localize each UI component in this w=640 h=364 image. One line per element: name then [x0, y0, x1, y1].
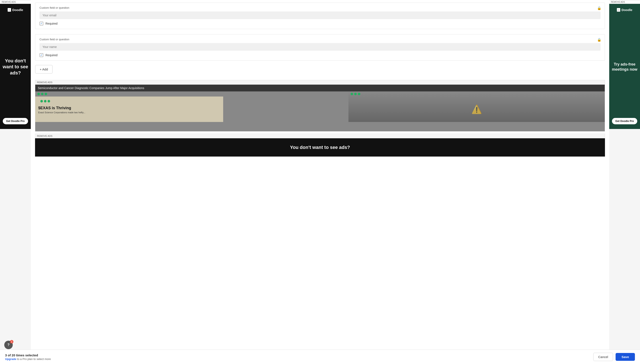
right-remove-ads-label: REMOVE ADS — [611, 1, 625, 3]
name-required-row: ✓ Required — [40, 53, 600, 57]
times-selected-label: 3 of 20 times selected — [5, 354, 593, 357]
custom-field-name-block: Custom field or question 🔒 ✓ Required — [35, 34, 605, 61]
dot-green-1 — [37, 93, 40, 95]
email-required-label: Required — [46, 22, 58, 25]
right-doodle-icon: □ — [617, 8, 620, 12]
left-ad-panel: □ Doodle You don't want to see ads? Get … — [0, 4, 31, 129]
content-ad-remove-label: REMOVE ADS — [37, 81, 53, 84]
dot-green-9 — [358, 93, 360, 95]
name-checkbox-check: ✓ — [40, 54, 43, 57]
bottom-bar: 3 of 20 times selected Upgrade to a Pro … — [0, 350, 640, 364]
lock-icon-name: 🔒 — [597, 38, 601, 42]
email-required-checkbox[interactable]: ✓ — [40, 22, 43, 26]
left-remove-ads-bar[interactable]: REMOVE ADS — [0, 0, 31, 4]
news-window-dots — [35, 92, 349, 96]
dot-green-5 — [44, 100, 47, 102]
name-required-label: Required — [46, 54, 58, 57]
bottom-ad-area: REMOVE ADS You don't want to see ads? — [35, 134, 605, 156]
upgrade-text: Upgrade to a Pro plan to select more — [5, 358, 593, 360]
add-button-area: + Add — [35, 65, 605, 74]
content-ad-banner: Semiconductor and Cancer Diagnostic Comp… — [35, 85, 605, 131]
news-content-box: $EXAS is Thriving Exact Science Corporat… — [35, 96, 223, 122]
news-subtitle: Exact Science Corporations made two heft… — [38, 111, 220, 114]
main-content: Custom field or question 🔒 ✓ Required Cu… — [31, 0, 609, 364]
dot-green-3 — [45, 93, 47, 95]
bottom-bar-actions: Cancel Save — [593, 353, 635, 361]
right-ad-logo: □ Doodle — [617, 8, 632, 12]
content-ad-strip: REMOVE ADS Semiconductor and Cancer Diag… — [35, 80, 605, 132]
news-headline: Semiconductor and Cancer Diagnostic Comp… — [35, 85, 605, 92]
lock-icon-email: 🔒 — [597, 6, 601, 10]
right-remove-ads-bar[interactable]: REMOVE ADS — [609, 0, 640, 4]
help-icon: ? — [8, 343, 10, 347]
dot-green-7 — [351, 93, 353, 95]
right-ad-headline: Try ads-free meetings now — [612, 16, 637, 118]
custom-field-name-label: Custom field or question — [40, 38, 600, 41]
news-left-panel: $EXAS is Thriving Exact Science Corporat… — [35, 92, 349, 122]
news-right-dots — [349, 92, 605, 96]
left-get-doodle-pro-button[interactable]: Get Doodle Pro — [3, 118, 28, 124]
dot-green-4 — [40, 100, 43, 102]
add-field-button[interactable]: + Add — [35, 65, 53, 74]
add-button-label: + Add — [40, 68, 48, 71]
warning-icon: ⚠️ — [471, 104, 482, 114]
help-badge: 2 — [10, 340, 13, 344]
help-button[interactable]: ? 2 — [4, 341, 13, 349]
left-doodle-name: Doodle — [12, 8, 23, 12]
custom-field-email-block: Custom field or question 🔒 ✓ Required — [35, 2, 605, 29]
save-button[interactable]: Save — [615, 353, 635, 361]
bottom-ad-remove-bar[interactable]: REMOVE ADS — [35, 134, 605, 138]
news-title: $EXAS is Thriving — [38, 106, 220, 110]
news-warning-area: ⚠️ — [349, 96, 605, 122]
content-ad-remove-bar[interactable]: REMOVE ADS — [35, 80, 605, 85]
dot-green-8 — [354, 93, 357, 95]
left-ad-headline: You don't want to see ads? — [3, 16, 28, 118]
page-wrapper: REMOVE ADS □ Doodle You don't want to se… — [0, 0, 640, 364]
upgrade-suffix: to a Pro plan to select more — [16, 358, 51, 360]
left-remove-ads-label: REMOVE ADS — [2, 1, 16, 3]
right-ad-panel: □ Doodle Try ads-free meetings now Get D… — [609, 4, 640, 129]
left-ad-logo: □ Doodle — [8, 8, 23, 12]
email-checkbox-check: ✓ — [40, 22, 43, 25]
bottom-ad-remove-label: REMOVE ADS — [37, 135, 53, 137]
left-doodle-icon: □ — [8, 8, 11, 12]
name-field-input[interactable] — [40, 43, 600, 51]
cancel-button[interactable]: Cancel — [593, 353, 613, 361]
right-ad-sidebar: REMOVE ADS □ Doodle Try ads-free meeting… — [609, 0, 640, 364]
news-top-row: $EXAS is Thriving Exact Science Corporat… — [35, 92, 605, 122]
dot-green-6 — [48, 100, 50, 102]
name-required-checkbox[interactable]: ✓ — [40, 53, 43, 57]
news-right-panel: ⚠️ — [349, 92, 605, 122]
bottom-bar-left: 3 of 20 times selected Upgrade to a Pro … — [5, 354, 593, 360]
email-field-input[interactable] — [40, 12, 600, 19]
left-ad-sidebar: REMOVE ADS □ Doodle You don't want to se… — [0, 0, 31, 364]
dot-green-2 — [41, 93, 44, 95]
right-get-doodle-pro-button[interactable]: Get Doodle Pro — [612, 118, 637, 124]
right-doodle-name: Doodle — [621, 8, 632, 12]
email-required-row: ✓ Required — [40, 22, 600, 26]
upgrade-link[interactable]: Upgrade — [5, 358, 16, 360]
news-content-dots — [38, 99, 220, 104]
custom-field-email-label: Custom field or question — [40, 6, 600, 9]
bottom-ad-content: You don't want to see ads? — [35, 138, 605, 156]
